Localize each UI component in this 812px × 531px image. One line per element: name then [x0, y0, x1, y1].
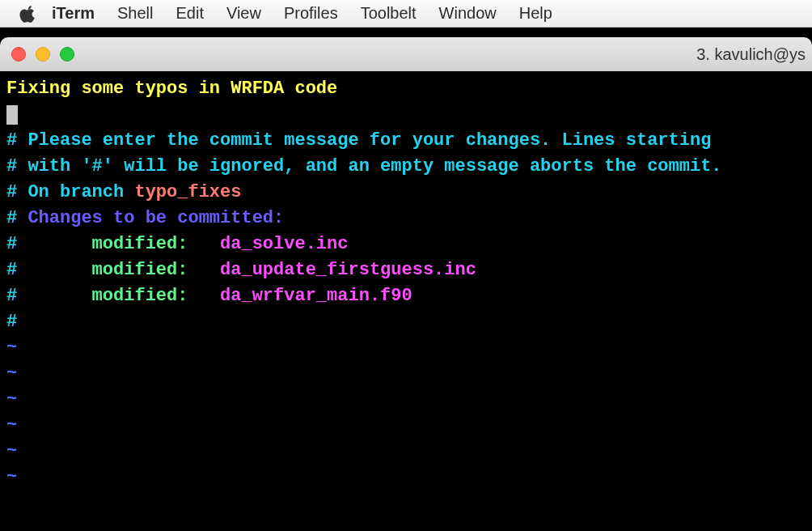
window-title: 3. kavulich@ys: [696, 45, 806, 64]
comment-hash: #: [6, 286, 17, 306]
modified-file: da_update_firstguess.inc: [220, 260, 476, 280]
comment-hash: #: [6, 260, 17, 280]
comment-hash: #: [6, 208, 27, 228]
menu-view[interactable]: View: [226, 4, 261, 23]
minimize-icon[interactable]: [36, 47, 50, 62]
apple-icon[interactable]: [19, 5, 37, 23]
modified-label: modified:: [17, 260, 220, 280]
menu-edit[interactable]: Edit: [176, 4, 203, 23]
branch-name: typo_fixes: [134, 182, 241, 202]
vim-tilde: ~: [6, 361, 806, 387]
vim-tilde: ~: [6, 465, 806, 491]
vim-tilde: ~: [6, 387, 806, 413]
vim-tilde: ~: [6, 335, 806, 361]
modified-label: modified:: [17, 234, 220, 254]
comment-line: # with '#' will be ignored, and an empty…: [6, 154, 806, 180]
cursor: [6, 105, 18, 125]
comment-line: # On branch: [6, 182, 134, 202]
terminal-content[interactable]: Fixing some typos in WRFDA code # Please…: [0, 71, 812, 531]
comment-line: # Please enter the commit message for yo…: [6, 128, 806, 154]
vim-tilde: ~: [6, 413, 806, 439]
window-titlebar[interactable]: 3. kavulich@ys: [0, 37, 812, 71]
zoom-icon[interactable]: [60, 47, 74, 62]
menu-toolbelt[interactable]: Toolbelt: [361, 4, 417, 23]
modified-file: da_wrfvar_main.f90: [220, 286, 412, 306]
menu-shell[interactable]: Shell: [117, 4, 153, 23]
terminal-window: 3. kavulich@ys Fixing some typos in WRFD…: [0, 37, 812, 531]
traffic-lights: [11, 47, 74, 62]
menu-profiles[interactable]: Profiles: [284, 4, 338, 23]
changes-header: Changes to be committed:: [27, 208, 284, 228]
modified-file: da_solve.inc: [220, 234, 348, 254]
commit-title: Fixing some typos in WRFDA code: [6, 79, 337, 99]
menu-help[interactable]: Help: [519, 4, 552, 23]
macos-menubar: iTerm Shell Edit View Profiles Toolbelt …: [0, 0, 812, 28]
comment-hash: #: [6, 309, 806, 335]
vim-tilde: ~: [6, 439, 806, 465]
menu-iterm[interactable]: iTerm: [52, 4, 95, 23]
modified-label: modified:: [17, 286, 220, 306]
comment-hash: #: [6, 234, 17, 254]
close-icon[interactable]: [11, 47, 26, 62]
menu-window[interactable]: Window: [439, 4, 497, 23]
